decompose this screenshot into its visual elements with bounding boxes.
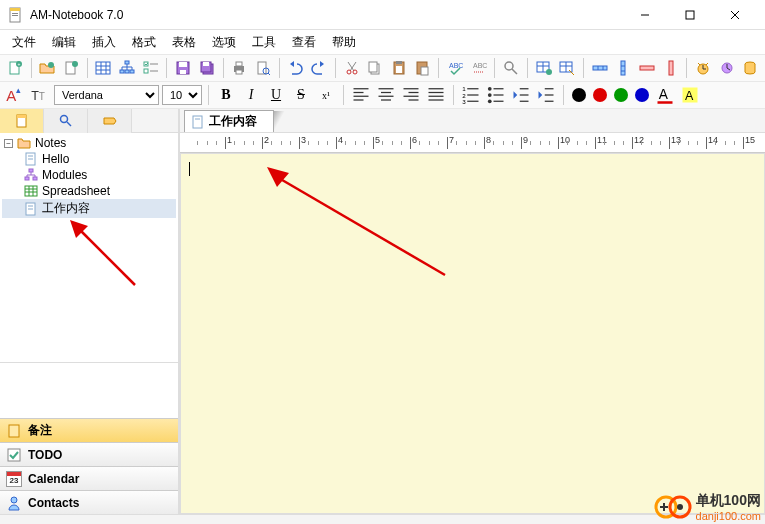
menu-table[interactable]: 表格 [164,31,204,54]
undo-icon[interactable] [285,57,307,79]
org-chart-icon[interactable] [116,57,138,79]
panel-calendar[interactable]: 23 Calendar [0,466,178,490]
minimize-button[interactable] [622,0,667,30]
checklist-icon[interactable] [140,57,162,79]
new-doc-icon[interactable] [60,57,82,79]
statusbar [0,514,765,524]
ruler[interactable]: 123456789101112131415 [180,133,765,153]
insert-col-icon[interactable] [613,57,635,79]
strike-button[interactable]: S [290,84,312,106]
watermark: 单机100网 danji100.com [654,492,761,522]
spellcheck-off-icon[interactable]: ABC [468,57,490,79]
folder-icon [17,136,31,150]
table-props-icon[interactable] [556,57,578,79]
paste-icon[interactable] [388,57,410,79]
editor-area: 工作内容 123456789101112131415 [180,109,765,514]
tree-item-label: Hello [42,152,69,166]
svg-line-43 [268,73,270,75]
search-icon[interactable] [500,57,522,79]
cut-icon[interactable] [341,57,363,79]
svg-rect-22 [130,70,134,73]
menu-view[interactable]: 查看 [284,31,324,54]
preview-icon[interactable] [252,57,274,79]
menu-file[interactable]: 文件 [4,31,44,54]
font-family-icon[interactable]: TT [29,84,51,106]
color-blue[interactable] [635,88,649,102]
table-icon[interactable] [93,57,115,79]
superscript-button[interactable]: x¹ [315,84,337,106]
tree-item-hello[interactable]: Hello [2,151,176,167]
menu-tools[interactable]: 工具 [244,31,284,54]
tree-view[interactable]: − Notes Hello Modules Spreadsheet 工作内容 [0,133,178,363]
svg-rect-70 [621,61,625,75]
alarm-icon[interactable] [692,57,714,79]
save-icon[interactable] [172,57,194,79]
tree-item-modules[interactable]: Modules [2,167,176,183]
reminder-icon[interactable] [716,57,738,79]
sidebar-tab-tags[interactable] [88,109,132,133]
note-icon [191,115,205,129]
menu-options[interactable]: 选项 [204,31,244,54]
align-center-icon[interactable] [375,84,397,106]
color-green[interactable] [614,88,628,102]
print-icon[interactable] [229,57,251,79]
panel-contacts[interactable]: Contacts [0,490,178,514]
insert-row-icon[interactable] [589,57,611,79]
maximize-button[interactable] [667,0,712,30]
align-right-icon[interactable] [400,84,422,106]
new-note-icon[interactable]: + [4,57,26,79]
save-all-icon[interactable] [196,57,218,79]
database-icon[interactable] [739,57,761,79]
paste-special-icon[interactable] [412,57,434,79]
svg-point-11 [48,62,54,68]
collapse-icon[interactable]: − [4,139,13,148]
tree-root[interactable]: − Notes [2,135,176,151]
redo-icon[interactable] [308,57,330,79]
delete-col-icon[interactable] [660,57,682,79]
svg-point-58 [505,62,513,70]
number-list-icon[interactable]: 123 [460,84,482,106]
editor-page[interactable] [180,153,765,514]
outdent-icon[interactable] [510,84,532,106]
menu-format[interactable]: 格式 [124,31,164,54]
font-color-icon[interactable]: A [654,84,676,106]
font-increase-icon[interactable]: A▴ [4,84,26,106]
new-folder-icon[interactable] [37,57,59,79]
color-red[interactable] [593,88,607,102]
insert-table-icon[interactable] [533,57,555,79]
indent-icon[interactable] [535,84,557,106]
svg-text:▴: ▴ [16,85,21,95]
panel-notes[interactable]: 备注 [0,418,178,442]
tree-item-spreadsheet[interactable]: Spreadsheet [2,183,176,199]
menu-edit[interactable]: 编辑 [44,31,84,54]
color-black[interactable] [572,88,586,102]
menu-insert[interactable]: 插入 [84,31,124,54]
sidebar-tab-search[interactable] [44,109,88,133]
window-title: AM-Notebook 7.0 [30,8,622,22]
text-cursor [189,162,190,176]
sidebar-tab-notes[interactable] [0,109,44,133]
bullet-list-icon[interactable] [485,84,507,106]
svg-rect-74 [669,61,673,75]
watermark-text-2: danji100.com [696,510,761,522]
panel-todo[interactable]: TODO [0,442,178,466]
font-size-select[interactable]: 10 [162,85,202,105]
align-left-icon[interactable] [350,84,372,106]
copy-icon[interactable] [364,57,386,79]
tree-item-work[interactable]: 工作内容 [2,199,176,218]
underline-button[interactable]: U [265,84,287,106]
svg-rect-125 [17,115,26,118]
svg-rect-146 [9,425,19,437]
close-button[interactable] [712,0,757,30]
italic-button[interactable]: I [240,84,262,106]
document-tab[interactable]: 工作内容 [184,110,274,132]
bold-button[interactable]: B [215,84,237,106]
font-name-select[interactable]: Verdana [54,85,159,105]
menu-help[interactable]: 帮助 [324,31,364,54]
spellcheck-icon[interactable]: ABC [444,57,466,79]
svg-rect-73 [640,66,654,70]
highlight-icon[interactable]: A [679,84,701,106]
align-justify-icon[interactable] [425,84,447,106]
delete-row-icon[interactable] [636,57,658,79]
svg-point-108 [488,87,492,91]
